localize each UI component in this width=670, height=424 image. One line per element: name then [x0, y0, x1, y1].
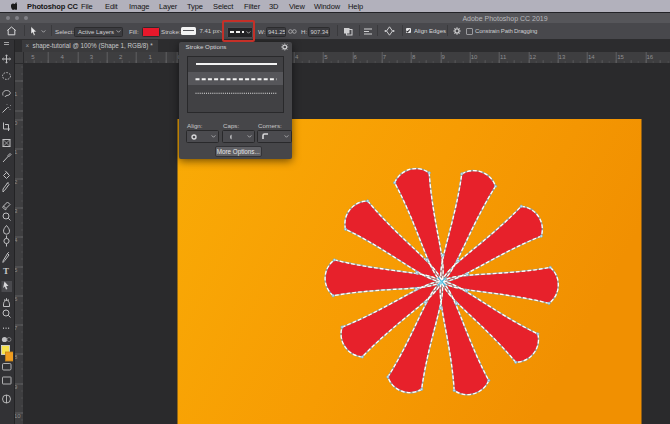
svg-text:T: T: [3, 266, 9, 276]
